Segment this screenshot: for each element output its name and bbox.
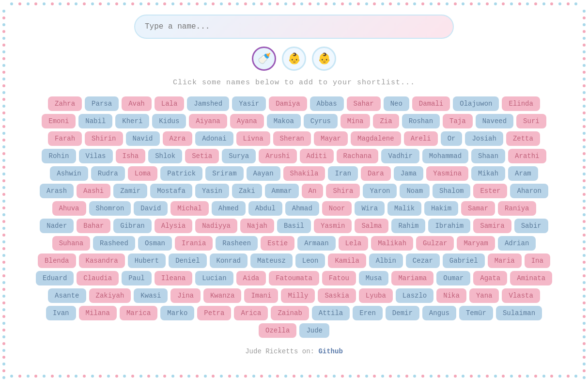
name-tag[interactable]: Zamir (113, 184, 147, 198)
name-tag[interactable]: Arushi (259, 149, 296, 163)
name-tag[interactable]: Zetta (506, 131, 540, 146)
name-tag[interactable]: Eduard (36, 271, 74, 285)
name-tag[interactable]: Estie (261, 236, 294, 251)
name-tag[interactable]: Avah (122, 96, 152, 111)
name-tag[interactable]: Agata (473, 271, 507, 285)
name-tag[interactable]: Sahar (347, 96, 381, 111)
name-tag[interactable]: Konrad (210, 253, 248, 268)
name-tag[interactable]: Mateusz (250, 253, 293, 268)
name-tag[interactable]: Nadiyya (195, 219, 237, 233)
name-tag[interactable]: Shaan (471, 149, 505, 163)
name-tag[interactable]: Rasheed (93, 236, 135, 251)
name-tag[interactable]: Ahuva (52, 201, 86, 216)
name-tag[interactable]: Vlasta (502, 288, 540, 303)
filter-all-button[interactable]: 🍼 (252, 47, 276, 71)
name-tag[interactable]: Samira (473, 219, 511, 233)
name-tag[interactable]: Sheran (273, 131, 311, 146)
name-tag[interactable]: Noam (400, 184, 430, 198)
name-tag[interactable]: Zakiyah (89, 288, 131, 303)
name-tag[interactable]: Milly (281, 288, 315, 303)
name-tag[interactable]: Michal (170, 201, 208, 216)
name-tag[interactable]: Arica (234, 306, 268, 320)
name-tag[interactable]: Elinda (502, 96, 540, 111)
name-tag[interactable]: Marko (160, 306, 194, 320)
name-tag[interactable]: Makoa (267, 114, 301, 128)
name-tag[interactable]: Magdalene (351, 131, 401, 146)
name-tag[interactable]: Vilas (79, 149, 113, 163)
name-tag[interactable]: Ahmad (285, 201, 319, 216)
name-tag[interactable]: Yasmin (314, 219, 352, 233)
name-tag[interactable]: Malik (387, 201, 421, 216)
name-tag[interactable]: Kidus (152, 114, 186, 128)
name-tag[interactable]: Zia (373, 114, 399, 128)
name-tag[interactable]: Mostafa (150, 184, 192, 198)
name-tag[interactable]: Azra (163, 131, 193, 146)
name-tag[interactable]: Lela (339, 236, 369, 251)
name-tag[interactable]: Isha (116, 149, 146, 163)
name-tag[interactable]: Raniya (498, 201, 536, 216)
name-tag[interactable]: Eren (353, 306, 383, 320)
name-tag[interactable]: Ileana (155, 271, 192, 285)
name-tag[interactable]: Armaan (297, 236, 335, 251)
name-tag[interactable]: Aayan (247, 166, 280, 181)
name-tag[interactable]: Yasmina (426, 166, 468, 181)
name-tag[interactable]: Alysia (155, 219, 192, 233)
name-tag[interactable]: Or (441, 131, 463, 146)
name-tag[interactable]: Setia (185, 149, 219, 163)
name-tag[interactable]: Nader (40, 219, 74, 233)
name-tag[interactable]: Parsa (85, 96, 119, 111)
name-tag[interactable]: Yasir (232, 96, 266, 111)
name-tag[interactable]: Suhana (52, 236, 90, 251)
name-tag[interactable]: Aharon (510, 184, 548, 198)
name-tag[interactable]: Bahar (77, 219, 110, 233)
name-tag[interactable]: Rohin (42, 149, 76, 163)
name-tag[interactable]: Gibran (113, 219, 151, 233)
name-tag[interactable]: Maryam (457, 236, 495, 251)
name-tag[interactable]: Salma (355, 219, 388, 233)
name-tag[interactable]: Ahmed (212, 201, 246, 216)
name-tag[interactable]: Oumar (436, 271, 470, 285)
name-tag[interactable]: An (302, 184, 324, 198)
name-tag[interactable]: Malikah (371, 236, 413, 251)
name-tag[interactable]: Aditi (300, 149, 334, 163)
name-tag[interactable]: Nika (436, 288, 466, 303)
name-tag[interactable]: Abbas (310, 96, 344, 111)
name-tag[interactable]: Shalom (433, 184, 470, 198)
name-tag[interactable]: Neo (384, 96, 409, 111)
name-tag[interactable]: Lala (155, 96, 185, 111)
name-tag[interactable]: Hakim (424, 201, 458, 216)
name-tag[interactable]: Musa (359, 271, 389, 285)
name-tag[interactable]: Attila (312, 306, 350, 320)
name-tag[interactable]: Basil (277, 219, 311, 233)
name-tag[interactable]: Nabil (78, 114, 112, 128)
name-tag[interactable]: Loma (128, 166, 158, 181)
name-tag[interactable]: Vadhir (381, 149, 419, 163)
name-tag[interactable]: Yasin (195, 184, 229, 198)
search-input[interactable] (134, 15, 454, 39)
name-tag[interactable]: Aminata (510, 271, 552, 285)
name-tag[interactable]: Paul (122, 271, 152, 285)
name-tag[interactable]: Taja (443, 114, 473, 128)
name-tag[interactable]: Jamshed (187, 96, 229, 111)
name-tag[interactable]: Kwasi (134, 288, 168, 303)
name-tag[interactable]: Livna (236, 131, 270, 146)
name-tag[interactable]: Kasandra (79, 253, 125, 268)
name-tag[interactable]: Angus (422, 306, 456, 320)
name-tag[interactable]: Samar (461, 201, 495, 216)
name-tag[interactable]: Emoni (42, 114, 76, 128)
name-tag[interactable]: Deniel (169, 253, 206, 268)
name-tag[interactable]: Adonai (195, 131, 233, 146)
name-tag[interactable]: Olajuwon (453, 96, 499, 111)
name-tag[interactable]: Mohammad (422, 149, 468, 163)
name-tag[interactable]: Aiyana (189, 114, 227, 128)
name-tag[interactable]: Abdul (248, 201, 282, 216)
name-tag[interactable]: Cyrus (304, 114, 338, 128)
name-tag[interactable]: Ammar (265, 184, 299, 198)
name-tag[interactable]: Asante (48, 288, 86, 303)
name-tag[interactable]: Arathi (508, 149, 546, 163)
name-tag[interactable]: Surya (222, 149, 256, 163)
name-tag[interactable]: Aida (236, 271, 266, 285)
name-tag[interactable]: Fatou (322, 271, 356, 285)
name-tag[interactable]: Ibrahim (428, 219, 470, 233)
name-tag[interactable]: Temür (459, 306, 493, 320)
